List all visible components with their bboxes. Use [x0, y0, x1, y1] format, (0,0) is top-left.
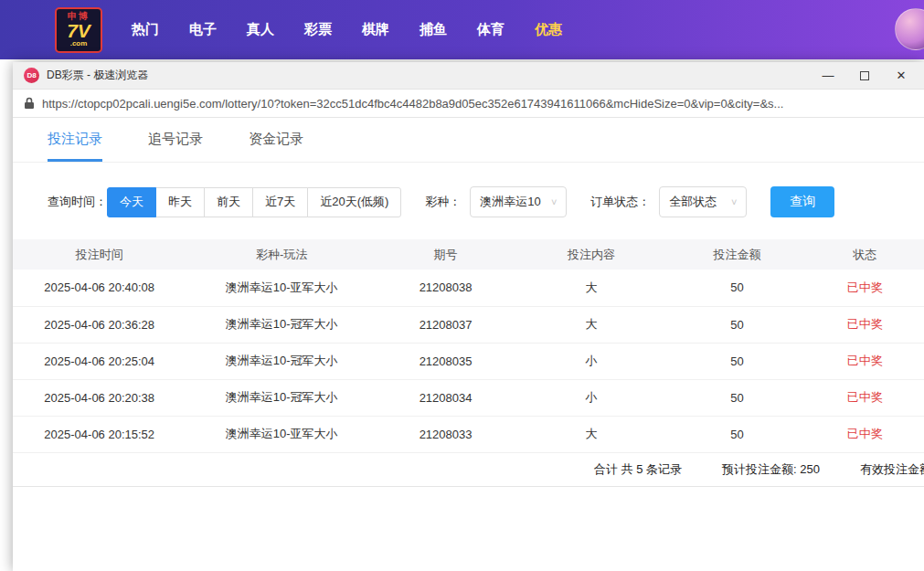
cell-bet-time: 2025-04-06 20:36:28	[13, 306, 186, 343]
cell-bet-content: 小	[514, 343, 668, 379]
column-header-status: 状态	[805, 239, 924, 270]
cell-status: 已中奖	[805, 306, 924, 343]
nav-item-slots[interactable]: 电子	[189, 21, 217, 38]
cell-bet-time: 2025-04-06 20:20:38	[13, 379, 186, 416]
order-status-select[interactable]: 全部状态 ˅	[659, 186, 747, 217]
cell-status: 已中奖	[805, 270, 924, 306]
nav-item-fishing[interactable]: 捕鱼	[420, 21, 447, 38]
records-table-body: 2025-04-06 20:40:08澳洲幸运10-亚军大小21208038大5…	[13, 270, 924, 452]
chevron-down-icon: ˅	[731, 196, 737, 207]
window-title: DB彩票 - 极速浏览器	[47, 68, 816, 83]
time-range-group: 今天 昨天 前天 近7天 近20天(低频)	[107, 187, 401, 217]
cell-issue-number: 21208035	[377, 343, 515, 379]
cell-issue-number: 21208038	[377, 270, 515, 306]
column-header-bet-amount: 投注金额	[669, 239, 806, 270]
records-table-head: 投注时间彩种-玩法期号投注内容投注金额状态	[13, 239, 924, 270]
cell-bet-amount: 50	[669, 416, 806, 452]
table-row: 2025-04-06 20:25:04澳洲幸运10-冠军大小21208035小5…	[13, 343, 924, 379]
summary-expected-amount: 预计投注金额: 250	[722, 461, 820, 478]
cell-lottery-play: 澳洲幸运10-亚军大小	[186, 270, 377, 306]
time-option-today[interactable]: 今天	[107, 187, 156, 217]
url-text[interactable]: https://ctopcp02pcali.uengi5e.com/lotter…	[42, 97, 783, 111]
summary-valid-amount: 有效投注金额	[860, 461, 924, 478]
tab-bet-records[interactable]: 投注记录	[48, 131, 102, 162]
window-controls: — ✕	[816, 66, 913, 86]
window-titlebar[interactable]: D8 DB彩票 - 极速浏览器 — ✕	[13, 62, 924, 90]
cell-bet-amount: 50	[669, 379, 806, 416]
time-option-20days[interactable]: 近20天(低频)	[307, 187, 401, 217]
chevron-down-icon: ˅	[551, 196, 557, 207]
lottery-select-value: 澳洲幸运10	[480, 194, 540, 210]
maximize-button[interactable]	[853, 66, 876, 86]
maximize-icon	[860, 71, 869, 80]
cell-status: 已中奖	[805, 379, 924, 416]
app-icon: D8	[24, 68, 39, 83]
nav-item-lottery[interactable]: 彩票	[304, 21, 332, 38]
url-bar[interactable]: https://ctopcp02pcali.uengi5e.com/lotter…	[13, 90, 924, 118]
table-row: 2025-04-06 20:36:28澳洲幸运10-冠军大小21208037大5…	[13, 306, 924, 343]
user-avatar[interactable]	[895, 8, 924, 50]
cell-status: 已中奖	[805, 343, 924, 379]
cell-bet-content: 小	[514, 379, 668, 416]
column-header-issue-number: 期号	[377, 239, 515, 270]
lottery-filter-label: 彩种：	[425, 194, 461, 210]
time-option-yesterday[interactable]: 昨天	[155, 187, 205, 217]
header-row: 投注时间彩种-玩法期号投注内容投注金额状态	[13, 239, 924, 270]
nav-item-board[interactable]: 棋牌	[362, 21, 389, 38]
time-option-7days[interactable]: 近7天	[252, 187, 308, 217]
cell-lottery-play: 澳洲幸运10-亚军大小	[186, 416, 377, 452]
nav-item-sports[interactable]: 体育	[477, 21, 504, 38]
time-filter-label: 查询时间：	[48, 194, 107, 210]
cell-bet-content: 大	[514, 270, 668, 306]
cell-lottery-play: 澳洲幸运10-冠军大小	[186, 343, 377, 379]
status-filter-label: 订单状态：	[590, 194, 650, 210]
cell-bet-amount: 50	[669, 306, 806, 343]
page-content: 投注记录 追号记录 资金记录 查询时间： 今天 昨天 前天 近7天 近20天(低…	[13, 118, 924, 571]
column-header-bet-content: 投注内容	[514, 239, 668, 270]
column-header-lottery-play: 彩种-玩法	[186, 239, 377, 270]
cell-lottery-play: 澳洲幸运10-冠军大小	[186, 306, 377, 343]
record-tabs: 投注记录 追号记录 资金记录	[13, 118, 924, 163]
cell-bet-time: 2025-04-06 20:15:52	[13, 416, 186, 452]
cell-lottery-play: 澳洲幸运10-冠军大小	[186, 379, 377, 416]
site-logo[interactable]: 申博 7V .com	[55, 7, 102, 53]
cell-bet-content: 大	[514, 306, 668, 343]
lock-icon	[24, 97, 35, 110]
site-nav: 热门 电子 真人 彩票 棋牌 捕鱼 体育 优惠	[132, 21, 562, 38]
table-row: 2025-04-06 20:40:08澳洲幸运10-亚军大小21208038大5…	[13, 270, 924, 306]
site-topbar: 申博 7V .com 热门 电子 真人 彩票 棋牌 捕鱼 体育 优惠	[0, 0, 924, 59]
cell-bet-amount: 50	[669, 343, 806, 379]
tab-chase-records[interactable]: 追号记录	[148, 131, 203, 162]
nav-item-hot[interactable]: 热门	[132, 21, 159, 38]
search-button[interactable]: 查询	[770, 186, 834, 217]
cell-bet-amount: 50	[669, 270, 806, 306]
cell-bet-time: 2025-04-06 20:25:04	[13, 343, 186, 379]
lottery-select[interactable]: 澳洲幸运10 ˅	[470, 186, 567, 217]
table-row: 2025-04-06 20:20:38澳洲幸运10-冠军大小21208034小5…	[13, 379, 924, 416]
logo-bottom-text: .com	[70, 40, 88, 48]
table-row: 2025-04-06 20:15:52澳洲幸运10-亚军大小21208033大5…	[13, 416, 924, 452]
close-button[interactable]: ✕	[889, 66, 913, 86]
order-status-value: 全部状态	[669, 194, 717, 210]
logo-main-text: 7V	[67, 21, 90, 40]
summary-row: 合计 共 5 条记录 预计投注金额: 250 有效投注金额	[13, 453, 924, 487]
browser-window: D8 DB彩票 - 极速浏览器 — ✕ https://ctopcp02pcal…	[13, 62, 924, 571]
nav-item-promo[interactable]: 优惠	[535, 21, 562, 38]
cell-status: 已中奖	[805, 416, 924, 452]
records-table: 投注时间彩种-玩法期号投注内容投注金额状态 2025-04-06 20:40:0…	[13, 239, 924, 453]
cell-issue-number: 21208037	[377, 306, 515, 343]
summary-total: 合计 共 5 条记录	[594, 461, 682, 478]
cell-issue-number: 21208034	[377, 379, 515, 416]
minimize-button[interactable]: —	[816, 66, 840, 86]
cell-issue-number: 21208033	[377, 416, 515, 452]
filter-bar: 查询时间： 今天 昨天 前天 近7天 近20天(低频) 彩种： 澳洲幸运10 ˅…	[48, 186, 924, 217]
cell-bet-time: 2025-04-06 20:40:08	[13, 270, 186, 306]
time-option-day-before[interactable]: 前天	[204, 187, 253, 217]
tab-fund-records[interactable]: 资金记录	[249, 131, 303, 162]
cell-bet-content: 大	[514, 416, 668, 452]
nav-item-live[interactable]: 真人	[247, 21, 274, 38]
column-header-bet-time: 投注时间	[13, 239, 186, 270]
